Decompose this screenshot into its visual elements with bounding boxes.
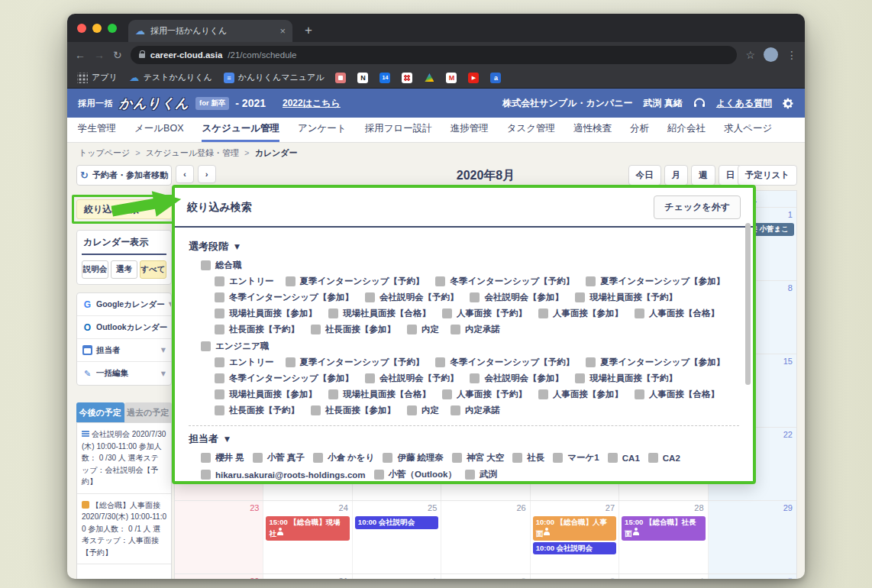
calendar-day-cell[interactable]: 2415:00 【総合職】現場社: [263, 501, 352, 573]
bookmark-item[interactable]: [379, 73, 390, 83]
checkbox[interactable]: [648, 453, 658, 463]
checkbox[interactable]: [470, 373, 480, 383]
checkbox[interactable]: [442, 309, 452, 318]
checkbox[interactable]: [215, 389, 224, 399]
nav-tab-4[interactable]: 採用フロー設計: [365, 118, 432, 142]
nav-tab-5[interactable]: 進捗管理: [451, 118, 489, 142]
nav-tab-3[interactable]: アンケート: [298, 118, 347, 142]
calendar-day-cell[interactable]: 2815:00 【総合職】社長面: [619, 501, 708, 573]
calendar-event[interactable]: 10:00 会社説明会: [355, 516, 438, 529]
nav-tab-8[interactable]: 分析: [630, 118, 649, 142]
forward-icon[interactable]: →: [94, 50, 105, 60]
calendar-day-cell[interactable]: 31: [263, 574, 352, 579]
checkbox[interactable]: [383, 453, 392, 463]
calendar-day-cell[interactable]: 1: [353, 574, 441, 579]
app-logo[interactable]: かんりくん: [119, 95, 189, 112]
checkbox[interactable]: [201, 453, 211, 463]
nav-tab-1[interactable]: メールBOX: [134, 118, 183, 142]
calendar-day-cell[interactable]: 29: [709, 501, 796, 573]
browser-tab[interactable]: 採用一括かんりくん ×: [128, 20, 292, 42]
checkbox[interactable]: [215, 325, 224, 334]
checkbox[interactable]: [215, 373, 224, 383]
checkbox[interactable]: [451, 405, 460, 415]
nav-tab-2[interactable]: スケジュール管理: [202, 118, 279, 142]
checkbox[interactable]: [608, 453, 618, 463]
bookmark-item[interactable]: [424, 73, 434, 83]
section-header[interactable]: 担当者▼: [189, 432, 739, 446]
checkbox[interactable]: [407, 325, 417, 334]
checkbox[interactable]: [538, 309, 548, 318]
checkbox[interactable]: [313, 453, 323, 463]
dropdown-edit[interactable]: 一括編集▼: [77, 362, 171, 385]
checkbox[interactable]: [215, 405, 224, 415]
nav-tab-7[interactable]: 適性検査: [573, 118, 612, 142]
calendar-day-cell[interactable]: 3: [531, 574, 619, 579]
checkbox[interactable]: [465, 470, 475, 480]
modal-scrollbar[interactable]: [745, 223, 751, 385]
faq-link[interactable]: よくある質問: [716, 97, 772, 110]
alt-year-link[interactable]: 2022はこちら: [283, 97, 341, 110]
checkbox[interactable]: [407, 405, 417, 415]
settings-gear-icon[interactable]: [783, 98, 794, 109]
new-tab-button[interactable]: +: [305, 24, 312, 37]
checkbox[interactable]: [452, 453, 462, 463]
checkbox[interactable]: [553, 453, 563, 463]
upcoming-event-item[interactable]: 会社説明会 2020/7/30(木) 10:00-11:00 参加人数： 0 /…: [77, 423, 171, 494]
back-icon[interactable]: ←: [75, 50, 86, 60]
tab-past[interactable]: 過去の予定: [124, 402, 173, 423]
bookmark-item[interactable]: [468, 73, 479, 83]
bookmark-item[interactable]: [335, 73, 346, 83]
checkbox[interactable]: [586, 357, 596, 367]
dropdown-calendar[interactable]: 担当者▼: [77, 339, 171, 362]
nav-tab-0[interactable]: 学生管理: [78, 118, 116, 142]
calendar-day-cell[interactable]: 5: [709, 574, 796, 579]
view-button-月[interactable]: 月: [664, 165, 689, 186]
checkbox[interactable]: [635, 389, 644, 399]
checkbox[interactable]: [215, 292, 224, 302]
checkbox[interactable]: [201, 470, 211, 480]
reload-icon[interactable]: ↻: [113, 50, 122, 60]
checkbox[interactable]: [328, 309, 338, 318]
checkbox[interactable]: [374, 470, 384, 480]
checkbox[interactable]: [451, 325, 460, 334]
calendar-event[interactable]: 10:00 【総合職】人事面: [533, 516, 616, 541]
view-button-週[interactable]: 週: [691, 165, 715, 186]
nav-tab-6[interactable]: タスク管理: [507, 118, 555, 142]
tab-upcoming[interactable]: 今後の予定: [76, 402, 124, 423]
checkbox[interactable]: [575, 373, 585, 383]
checkbox[interactable]: [215, 309, 224, 318]
display-option-すべて[interactable]: すべて: [140, 260, 166, 279]
zoom-window-button[interactable]: [108, 24, 117, 33]
bookmark-item[interactable]: テストかんりくん: [129, 72, 212, 83]
bookmark-item[interactable]: [446, 73, 457, 83]
user-name[interactable]: 武渕 真緒: [644, 97, 683, 110]
checkbox[interactable]: [328, 389, 338, 399]
calendar-day-cell[interactable]: 2510:00 会社説明会: [353, 501, 441, 573]
section-header[interactable]: 選考段階▼: [189, 240, 739, 254]
bookmark-item[interactable]: [357, 73, 368, 83]
display-option-選考[interactable]: 選考: [111, 260, 137, 279]
calendar-day-cell[interactable]: 2: [441, 574, 530, 579]
display-option-説明会[interactable]: 説明会: [82, 260, 108, 279]
calendar-day-cell[interactable]: 4: [619, 574, 708, 579]
nav-tab-10[interactable]: 求人ページ: [724, 118, 772, 142]
calendar-day-cell[interactable]: 2710:00 【総合職】人事面10:00 会社説明会: [531, 501, 619, 573]
checkbox[interactable]: [365, 373, 375, 383]
view-button-今日[interactable]: 今日: [628, 165, 661, 186]
checkbox[interactable]: [311, 325, 321, 334]
profile-avatar[interactable]: [764, 47, 778, 62]
checkbox[interactable]: [435, 357, 445, 367]
checkbox[interactable]: [253, 453, 263, 463]
checkbox[interactable]: [311, 405, 321, 415]
breadcrumb-item[interactable]: トップページ: [79, 147, 130, 159]
uncheck-all-button[interactable]: チェックを外す: [654, 195, 741, 219]
checkbox[interactable]: [635, 309, 644, 318]
checkbox[interactable]: [435, 276, 445, 286]
dropdown-outlook-o[interactable]: Outlookカレンダー▼: [77, 316, 171, 339]
tab-close-icon[interactable]: ×: [279, 25, 286, 37]
calendar-event[interactable]: 15:00 【総合職】社長面: [622, 516, 705, 541]
calendar-event[interactable]: 15:00 【総合職】現場社: [266, 516, 349, 541]
checkbox[interactable]: [470, 292, 480, 302]
breadcrumb-item[interactable]: スケジュール登録・管理: [146, 147, 239, 159]
checkbox[interactable]: [286, 357, 296, 367]
